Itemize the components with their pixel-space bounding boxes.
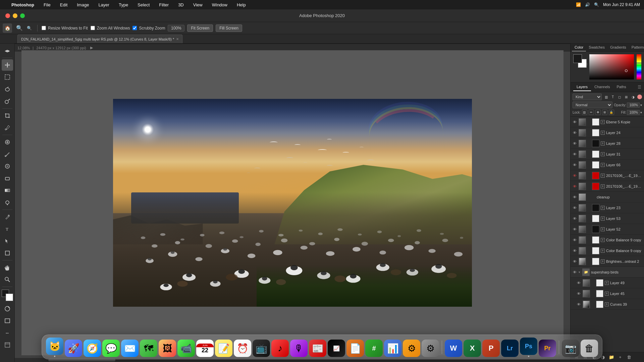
fill-input[interactable] xyxy=(627,110,640,115)
move-tool[interactable] xyxy=(2,59,13,71)
help-menu[interactable]: Help xyxy=(235,2,248,8)
facetime-icon[interactable]: 📹 xyxy=(177,340,195,357)
dock-powerpoint[interactable]: P xyxy=(482,340,500,357)
resize-windows-checkbox[interactable] xyxy=(42,26,46,30)
maps-icon[interactable]: 🗺 xyxy=(140,340,157,357)
select-menu[interactable]: Select xyxy=(136,2,152,8)
layer-item[interactable]: 👁 8 Layer 23 xyxy=(571,202,644,213)
canvas-area[interactable]: 12.08% | 24470 px x 12912 px (300 ppi) ▶ xyxy=(15,44,570,362)
background-swatch[interactable] xyxy=(6,294,13,301)
dodge-burn-tool[interactable] xyxy=(2,197,13,208)
safari-icon[interactable]: 🧭 xyxy=(84,340,101,357)
music-icon[interactable]: ♪ xyxy=(271,340,289,357)
dock-facetime[interactable]: 📹 xyxy=(177,340,195,357)
layer-item[interactable]: 👁 8 Layer 24 xyxy=(571,127,644,138)
dock-systemprefs[interactable]: ⚙ xyxy=(422,340,439,357)
podcasts-icon[interactable]: 🎙 xyxy=(290,340,308,357)
layer-item[interactable]: 👁 8 20170106_...-E_19275 1 xyxy=(571,170,644,181)
excel-icon[interactable]: X xyxy=(464,340,481,357)
filter-shape-button[interactable]: ◻ xyxy=(616,94,623,100)
dock-mail[interactable]: ✉️ xyxy=(121,340,139,357)
gradients-tab[interactable]: Gradients xyxy=(607,44,629,51)
zoom-out-button[interactable]: 🔍 xyxy=(25,25,33,31)
shape-tool[interactable] xyxy=(2,247,13,259)
app-name[interactable]: Photoshop xyxy=(9,2,36,8)
layer-item[interactable]: 👁 8 Ebene 5 Kopie xyxy=(571,117,644,127)
calendar-icon[interactable]: JUN 22 xyxy=(196,340,214,357)
layer-menu[interactable]: Layer xyxy=(96,2,111,8)
delete-layer-button[interactable]: 🗑 xyxy=(626,354,632,361)
layer-visibility-toggle[interactable]: 👁 xyxy=(572,269,577,275)
layer-name[interactable]: Layer 53 xyxy=(606,217,643,221)
close-button[interactable] xyxy=(5,13,10,18)
channels-tab[interactable]: Channels xyxy=(591,83,613,91)
screen-mode-button[interactable] xyxy=(2,315,13,326)
layer-visibility-toggle[interactable]: 👁 xyxy=(572,173,577,178)
layer-item[interactable]: 👁 8 Curves 39 xyxy=(571,299,644,310)
appletv-icon[interactable]: 📺 xyxy=(253,340,270,357)
more-tools-button[interactable]: ••• xyxy=(2,327,13,339)
crop-tool[interactable] xyxy=(2,110,13,121)
instruments-icon[interactable]: ⚙ xyxy=(403,340,420,357)
blend-mode-select[interactable]: Normal Multiply Screen Overlay Soft Ligh… xyxy=(573,102,612,108)
text-tool[interactable]: T xyxy=(2,223,13,235)
lock-all-button[interactable]: 🔒 xyxy=(609,110,614,115)
keynote-icon[interactable]: 📊 xyxy=(384,340,401,357)
dock-reminders[interactable]: ⏰ xyxy=(234,340,251,357)
opacity-chevron[interactable]: ▾ xyxy=(640,103,642,107)
layer-name[interactable]: Layer 52 xyxy=(606,227,643,231)
zoom-display[interactable] xyxy=(168,25,184,32)
swatches-tab[interactable]: Swatches xyxy=(586,44,607,51)
tab-close-button[interactable]: ✕ xyxy=(176,37,179,41)
capture-icon[interactable]: 📷 xyxy=(562,340,579,357)
layer-visibility-toggle[interactable]: 👁 xyxy=(572,237,577,243)
zoom-all-windows-checkbox[interactable] xyxy=(91,26,95,30)
layer-visibility-toggle[interactable]: 👁 xyxy=(572,152,577,157)
stocks-icon[interactable]: 📈 xyxy=(328,340,345,357)
reminders-icon[interactable]: ⏰ xyxy=(234,340,251,357)
dock-news[interactable]: 📰 xyxy=(309,340,326,357)
dock-notes[interactable]: 📝 xyxy=(215,340,232,357)
dock-capture[interactable]: 📷 xyxy=(562,340,579,357)
numbers-icon[interactable]: # xyxy=(365,340,383,357)
pages-icon[interactable]: 📄 xyxy=(346,340,364,357)
word-icon[interactable]: W xyxy=(445,340,462,357)
dock-photos[interactable]: 🖼 xyxy=(159,340,176,357)
layer-name[interactable]: 20170106_...-E_19506 1 xyxy=(606,184,643,188)
filter-menu[interactable]: Filter xyxy=(157,2,171,8)
mail-icon[interactable]: ✉️ xyxy=(121,340,139,357)
lock-pixels-button[interactable]: ✏ xyxy=(589,110,594,115)
fill-chevron[interactable]: ▾ xyxy=(640,111,642,114)
search-icon[interactable]: 🔍 xyxy=(594,2,599,7)
dock-trash[interactable]: 🗑 xyxy=(581,340,598,357)
artboard-tool[interactable] xyxy=(2,339,13,351)
dock-instruments[interactable]: ⚙ xyxy=(403,340,420,357)
layer-item[interactable]: 👁 8 Layer 53 xyxy=(571,213,644,224)
layer-visibility-toggle[interactable]: 👁 xyxy=(576,302,581,307)
clone-stamp-tool[interactable] xyxy=(2,161,13,172)
add-layer-button[interactable]: + xyxy=(617,354,624,361)
color-tab[interactable]: Color xyxy=(572,44,586,51)
dock-premiere[interactable]: Pr xyxy=(539,340,556,357)
color-gradient-picker[interactable] xyxy=(589,54,634,79)
layer-name[interactable]: supersharp birds xyxy=(591,270,643,274)
fill-screen-button[interactable]: Fill Screen xyxy=(216,24,242,32)
quick-select-tool[interactable] xyxy=(2,96,13,107)
layer-visibility-toggle[interactable]: 👁 xyxy=(576,291,581,296)
rectangular-marquee-tool[interactable] xyxy=(2,71,13,83)
filter-toggle[interactable] xyxy=(637,95,642,99)
dock-messages[interactable]: 💬 xyxy=(102,340,120,357)
layer-item[interactable]: 👁 8 Layer 66 xyxy=(571,160,644,170)
layer-visibility-toggle[interactable]: 👁 xyxy=(572,248,577,253)
layer-item[interactable]: 👁 8 Brightnes...ontrast 2 xyxy=(571,256,644,267)
filter-smart-button[interactable]: ⊞ xyxy=(623,94,629,100)
lock-artboard-button[interactable]: ⊞ xyxy=(602,110,607,115)
eyedropper-tool[interactable] xyxy=(2,122,13,133)
layer-name[interactable]: Layer 23 xyxy=(606,206,643,210)
layer-group-item[interactable]: 👁 ▾ 📁 supersharp birds xyxy=(571,267,644,278)
launchpad-icon[interactable]: 🚀 xyxy=(65,340,82,357)
fg-bg-swatches[interactable]: ↕ ◻ xyxy=(573,54,587,68)
path-select-tool[interactable] xyxy=(2,235,13,247)
add-group-button[interactable]: 📁 xyxy=(608,354,615,361)
photos-icon[interactable]: 🖼 xyxy=(159,340,176,357)
